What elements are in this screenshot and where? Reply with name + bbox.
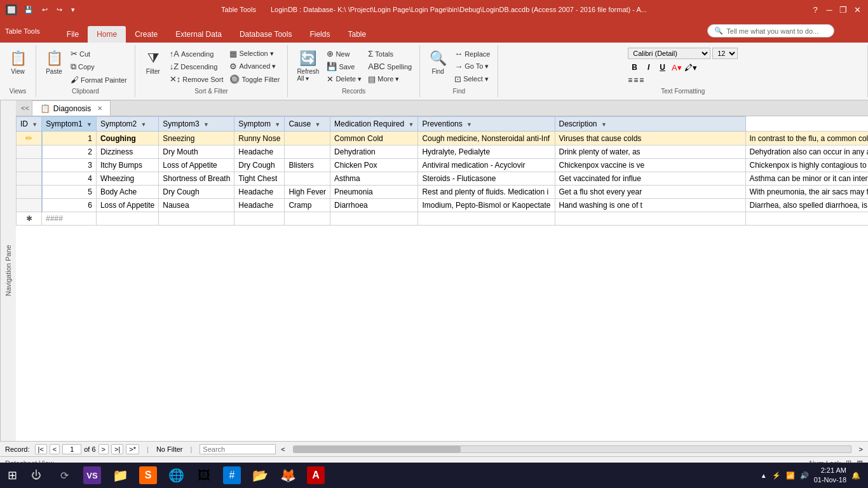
select-btn[interactable]: ⊡ Select ▾ — [452, 73, 492, 85]
find-btn[interactable]: 🔍 Find — [425, 48, 451, 78]
new-btn[interactable]: ⊕ New — [324, 48, 364, 60]
notification-icon[interactable]: 🔔 — [851, 471, 860, 480]
toggle-filter-btn[interactable]: 🔘 Toggle Filter — [227, 73, 282, 85]
format-painter-btn[interactable]: 🖌 Format Painter — [68, 74, 130, 86]
col-description[interactable]: Description ▼ — [555, 117, 745, 132]
col-preventions[interactable]: Preventions ▼ — [418, 117, 555, 132]
col-symptom3[interactable]: Symptom3 ▼ — [159, 117, 234, 132]
record-current-input[interactable] — [62, 444, 81, 454]
chrome-btn[interactable]: 🌐 — [162, 464, 190, 487]
more-btn[interactable]: ▤ More ▾ — [365, 73, 414, 85]
table-row[interactable]: 6Loss of AppetiteNauseaHeadacheCrampDiar… — [17, 199, 869, 212]
col-symptom1[interactable]: Symptom1 ▼ — [42, 117, 97, 132]
photos-btn[interactable]: 🖼 — [190, 464, 218, 487]
desc-filter-arrow[interactable]: ▼ — [601, 121, 607, 128]
align-center-btn[interactable]: ≡ — [634, 76, 638, 85]
highlight-btn[interactable]: 🖍▾ — [684, 63, 697, 72]
nav-next-btn[interactable]: > — [98, 444, 109, 454]
align-left-btn[interactable]: ≡ — [628, 76, 632, 85]
col-symptom2[interactable]: Symptom2 ▼ — [96, 117, 158, 132]
refresh-btn[interactable]: 🔄 RefreshAll ▾ — [293, 48, 323, 85]
underline-btn[interactable]: U — [656, 62, 669, 73]
tab-create[interactable]: Create — [126, 26, 166, 43]
lock-btn[interactable]: ⟳ — [50, 464, 78, 487]
help-btn[interactable]: ? — [810, 4, 821, 15]
table-scroll-container[interactable]: ID ▼ Symptom1 ▼ Symptom2 ▼ Symptom3 ▼ Sy — [16, 116, 868, 441]
table-row[interactable]: 5Body AcheDry CoughHeadacheHigh FeverPne… — [17, 186, 869, 199]
advanced-btn[interactable]: ⚙ Advanced ▾ — [227, 60, 282, 72]
spelling-btn[interactable]: ABC Spelling — [365, 60, 414, 72]
tell-me-box[interactable]: 🔍 Tell me what you want to do... — [707, 24, 834, 37]
close-btn[interactable]: ✕ — [851, 4, 863, 15]
tab-database-tools[interactable]: Database Tools — [231, 26, 301, 43]
nav-first-btn[interactable]: |< — [35, 444, 47, 454]
cut-btn[interactable]: ✂ Cut — [68, 48, 130, 60]
qat-redo[interactable]: ↪ — [54, 4, 65, 15]
copy-btn[interactable]: ⧉ Copy — [68, 60, 130, 73]
selection-btn[interactable]: ▦ Selection ▾ — [227, 48, 282, 60]
access-btn[interactable]: A — [302, 464, 330, 487]
search-input[interactable] — [200, 444, 276, 454]
table-row[interactable]: ✏1CoughingSneezingRunny NoseCommon ColdC… — [17, 132, 869, 146]
view-btn[interactable]: 📋 View — [5, 48, 31, 78]
prev-filter-arrow[interactable]: ▼ — [466, 121, 472, 128]
calc-btn[interactable]: # — [218, 464, 246, 487]
tab-table[interactable]: Table — [339, 26, 375, 43]
tab-fields[interactable]: Fields — [301, 26, 339, 43]
diagonosis-tab[interactable]: 📋 Diagonosis ✕ — [32, 100, 111, 116]
nav-new-btn[interactable]: >* — [126, 444, 139, 454]
descending-btn[interactable]: ↓Z Descending — [167, 60, 226, 72]
vs-btn[interactable]: VS — [78, 464, 106, 487]
cause-filter-arrow[interactable]: ▼ — [315, 121, 320, 128]
tab-external-data[interactable]: External Data — [166, 26, 231, 43]
delete-btn[interactable]: ✕ Delete ▾ — [324, 73, 364, 85]
save-records-btn[interactable]: 💾 Save — [324, 60, 364, 72]
tab-file[interactable]: File — [58, 26, 88, 43]
italic-btn[interactable]: I — [644, 62, 653, 73]
goto-btn[interactable]: → Go To ▾ — [452, 60, 492, 72]
col-symptom4[interactable]: Symptom ▼ — [234, 117, 285, 132]
s2-filter-arrow[interactable]: ▼ — [141, 121, 147, 128]
table-row[interactable]: 3Itchy BumpsLoss of AppetiteDry CoughBli… — [17, 159, 869, 172]
power-btn[interactable]: ⏻ — [22, 464, 50, 487]
col-id[interactable]: ID ▼ — [17, 117, 42, 132]
font-family-select[interactable]: Calibri (Detail) — [628, 48, 710, 59]
nav-prev-btn[interactable]: < — [50, 444, 60, 454]
tab-nav-left[interactable]: << — [18, 102, 32, 114]
med-filter-arrow[interactable]: ▼ — [408, 121, 414, 128]
totals-btn[interactable]: Σ Totals — [365, 48, 414, 60]
align-right-btn[interactable]: ≡ — [639, 76, 644, 85]
new-row[interactable]: ✱#### — [17, 212, 869, 226]
col-medication[interactable]: Medication Required ▼ — [330, 117, 418, 132]
scroll-left-btn[interactable]: < — [281, 445, 285, 453]
s4-filter-arrow[interactable]: ▼ — [275, 121, 280, 128]
paste-btn[interactable]: 📋 Paste — [41, 48, 67, 78]
font-color-btn[interactable]: A▾ — [672, 63, 682, 72]
s3-filter-arrow[interactable]: ▼ — [203, 121, 209, 128]
explorer-btn[interactable]: 📁 — [106, 464, 134, 487]
col-cause[interactable]: Cause ▼ — [285, 117, 330, 132]
tab-home[interactable]: Home — [88, 26, 126, 43]
qat-save[interactable]: 💾 — [22, 4, 36, 15]
table-row[interactable]: 2DizzinessDry MouthHeadacheDehydrationHy… — [17, 146, 869, 159]
ascending-btn[interactable]: ↑A Ascending — [167, 48, 226, 60]
restore-btn[interactable]: ❐ — [837, 4, 849, 15]
qat-customize[interactable]: ▾ — [69, 4, 78, 15]
filter-btn[interactable]: ⧩ Filter — [140, 48, 166, 78]
replace-btn[interactable]: ↔ Replace — [452, 48, 492, 60]
files-btn[interactable]: 📂 — [246, 464, 274, 487]
nav-last-btn[interactable]: >| — [111, 444, 123, 454]
taskbar-chevron-up[interactable]: ▲ — [761, 472, 767, 479]
minimize-btn[interactable]: ─ — [824, 4, 835, 15]
s1-filter-arrow[interactable]: ▼ — [86, 121, 92, 128]
start-btn[interactable]: ⊞ — [3, 466, 22, 485]
sign-in-btn[interactable]: Sign in — [839, 27, 863, 36]
sublime-btn[interactable]: S — [134, 464, 162, 487]
font-size-select[interactable]: 12 — [712, 48, 738, 59]
scroll-right-btn[interactable]: > — [859, 445, 863, 453]
close-tab-btn[interactable]: ✕ — [97, 105, 102, 112]
id-filter-arrow[interactable]: ▼ — [32, 121, 37, 128]
remove-sort-btn[interactable]: ✕↕ Remove Sort — [167, 73, 226, 85]
navigation-pane[interactable]: Navigation Pane — [0, 100, 16, 441]
table-row[interactable]: 4WheezingShortness of BreathTight ChestA… — [17, 172, 869, 186]
